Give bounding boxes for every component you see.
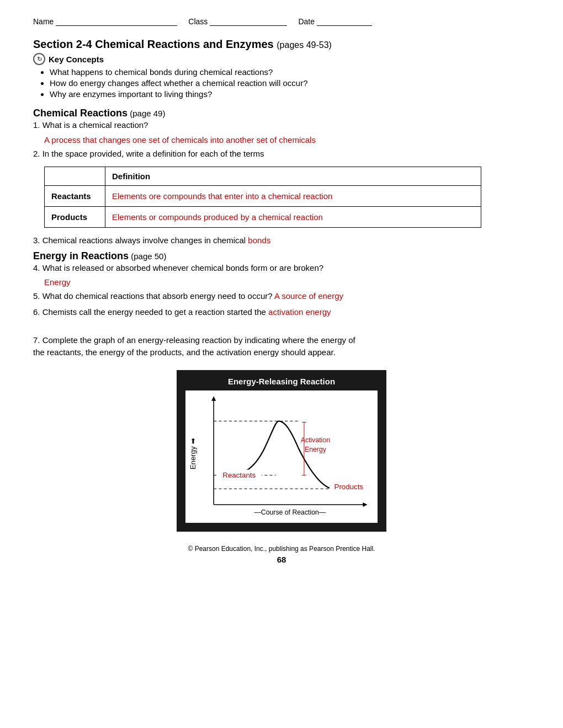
graph-inner: Energy ➡ Reactants Activation Ener xyxy=(185,390,378,523)
key-concepts-row: ↻ Key Concepts xyxy=(33,53,530,65)
question-4: 4. What is released or absorbed whenever… xyxy=(33,262,530,275)
section-title: Section 2-4 Chemical Reactions and Enzym… xyxy=(33,38,530,51)
svg-text:Products: Products xyxy=(334,483,364,491)
graph-box: Energy-Releasing Reaction Energy ➡ xyxy=(177,370,386,532)
svg-text:Activation: Activation xyxy=(301,436,330,444)
class-line xyxy=(210,17,287,26)
section-title-text: Section 2-4 Chemical Reactions and Enzym… xyxy=(33,38,332,50)
date-field: Date xyxy=(298,17,372,26)
question-7: 7. Complete the graph of an energy-relea… xyxy=(33,322,530,359)
graph-title: Energy-Releasing Reaction xyxy=(185,377,378,386)
page-header: Name Class Date xyxy=(33,17,530,26)
svg-marker-3 xyxy=(363,502,367,506)
name-field: Name xyxy=(33,17,177,26)
svg-text:Energy: Energy xyxy=(305,445,327,453)
definition-table: Definition Reactants Elements ore compou… xyxy=(44,167,481,228)
question-5: 5. What do chemical reactions that absor… xyxy=(33,290,530,303)
graph-svg: Energy ➡ Reactants Activation Ener xyxy=(185,390,378,523)
question-1: 1. What is a chemical reaction? xyxy=(33,119,530,132)
question-2: 2. In the space provided, write a defini… xyxy=(33,148,530,160)
svg-text:Energy ➡: Energy ➡ xyxy=(189,438,197,469)
answer-4: Energy xyxy=(44,277,530,287)
question-3: 3. Chemical reactions always involve cha… xyxy=(33,234,530,247)
page-number: 68 xyxy=(33,555,530,564)
energy-reactions-section: Energy in Reactions (page 50) 4. What is… xyxy=(33,250,530,532)
table-row: Reactants Elements ore compounds that en… xyxy=(45,186,481,207)
energy-reactions-title: Energy in Reactions (page 50) xyxy=(33,250,530,262)
date-line xyxy=(317,17,372,26)
footer-copyright: © Pearson Education, Inc., publishing as… xyxy=(33,545,530,553)
date-label: Date xyxy=(298,17,315,26)
term-reactants: Reactants xyxy=(45,186,105,207)
question-6: 6. Chemists call the energy needed to ge… xyxy=(33,306,530,319)
name-line xyxy=(56,17,177,26)
answer-6-inline: activation energy xyxy=(268,307,331,317)
svg-text:Reactants: Reactants xyxy=(222,470,256,479)
answer-3-inline: bonds xyxy=(248,235,270,245)
answer-5-inline: A source of energy xyxy=(274,291,343,301)
key-concepts-icon: ↻ xyxy=(33,53,45,65)
key-concepts-list: What happens to chemical bonds during ch… xyxy=(50,67,530,99)
name-label: Name xyxy=(33,17,54,26)
table-definition-header: Definition xyxy=(105,167,481,186)
answer-1: A process that changes one set of chemic… xyxy=(44,135,530,144)
class-label: Class xyxy=(188,17,208,26)
table-row: Products Elements or compounds produced … xyxy=(45,207,481,228)
list-item: How do energy changes affect whether a c… xyxy=(50,78,530,88)
table-empty-header xyxy=(45,167,105,186)
list-item: Why are enzymes important to living thin… xyxy=(50,89,530,99)
svg-marker-2 xyxy=(211,396,216,400)
svg-text:—Course of Reaction—: —Course of Reaction— xyxy=(254,508,326,516)
chemical-reactions-title: Chemical Reactions (page 49) xyxy=(33,108,530,119)
definition-products: Elements or compounds produced by a chem… xyxy=(105,207,481,228)
term-products: Products xyxy=(45,207,105,228)
definition-reactants: Elements ore compounds that enter into a… xyxy=(105,186,481,207)
graph-container: Energy-Releasing Reaction Energy ➡ xyxy=(177,370,386,532)
chemical-reactions-section: Chemical Reactions (page 49) 1. What is … xyxy=(33,108,530,247)
list-item: What happens to chemical bonds during ch… xyxy=(50,67,530,77)
key-concepts-label: Key Concepts xyxy=(49,55,104,64)
class-field: Class xyxy=(188,17,287,26)
